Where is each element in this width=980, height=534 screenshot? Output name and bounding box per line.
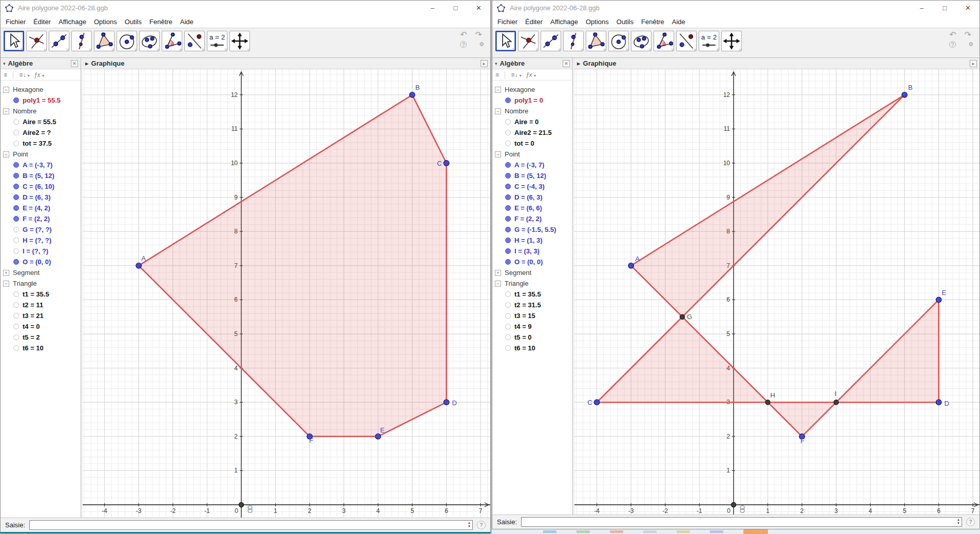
graph-point-O[interactable] [731, 502, 736, 507]
algebra-item-i[interactable]: I = (?, ?) [1, 246, 81, 256]
menu-item-options[interactable]: Options [94, 18, 117, 26]
visibility-dot[interactable] [13, 216, 19, 222]
titlebar[interactable]: Aire polygone 2022-06-28.ggb – □ ✕ [492, 1, 979, 15]
toolbar-polygon-tool[interactable]: ▿ [586, 31, 606, 51]
taskbar-active-app[interactable] [743, 529, 768, 534]
algebra-item-e[interactable]: E = (6, 6) [492, 203, 572, 213]
visibility-dot[interactable] [13, 173, 19, 179]
tool-dropdown-icon[interactable]: ▿ [247, 48, 249, 52]
toolbar-perpendicular-line-tool[interactable]: ▿ [563, 31, 584, 51]
visibility-dot[interactable] [505, 162, 511, 168]
algebra-item-poly1[interactable]: poly1 = 55.5 [1, 95, 81, 106]
section-toggle-icon[interactable]: − [495, 87, 501, 93]
section-toggle-icon[interactable]: − [495, 281, 501, 287]
close-button[interactable]: ✕ [956, 1, 979, 15]
algebra-section-segment[interactable]: +Segment [1, 267, 81, 278]
help-icon[interactable]: ? [460, 41, 467, 48]
tool-dropdown-icon[interactable]: ▿ [512, 47, 515, 52]
taskbar-app-icon[interactable] [710, 530, 723, 533]
algebra-section-nombre[interactable]: −Nombre [1, 106, 81, 116]
graph-point-D[interactable] [444, 400, 449, 405]
command-input[interactable]: ▲▼ [29, 520, 473, 530]
menu-item-fichier[interactable]: Fichier [497, 18, 517, 26]
visibility-dot[interactable] [505, 302, 511, 308]
menu-item-fichier[interactable]: Fichier [6, 18, 26, 26]
visibility-dot[interactable] [505, 345, 511, 351]
section-toggle-icon[interactable]: − [3, 108, 9, 114]
algebra-item-aire2[interactable]: Aire2 = 21.5 [492, 127, 572, 138]
taskbar-app-icon[interactable] [610, 530, 623, 533]
visibility-dot[interactable] [505, 238, 511, 243]
algebra-item-f[interactable]: F = (2, 2) [492, 213, 572, 224]
algebra-item-aire[interactable]: Aire = 55.5 [1, 116, 81, 127]
graph-canvas[interactable]: -4-3-2-101234567123456789101112OABCDEFO [83, 69, 490, 518]
toolbar-point-tool[interactable]: ▿ [518, 31, 539, 51]
graph-point-E[interactable] [375, 434, 381, 440]
algebra-item-t2[interactable]: t2 = 11 [1, 300, 81, 310]
input-spinner[interactable]: ▲▼ [957, 518, 960, 525]
algebra-section-triangle[interactable]: −Triangle [1, 278, 81, 289]
section-toggle-icon[interactable]: − [3, 87, 9, 93]
tool-dropdown-icon[interactable]: ▿ [671, 48, 674, 52]
algebra-item-poly1[interactable]: poly1 = 0 [492, 95, 572, 106]
visibility-dot[interactable] [13, 248, 19, 254]
fx-icon[interactable]: ƒx ▾ [34, 71, 44, 78]
algebra-section-segment[interactable]: +Segment [492, 267, 572, 278]
redo-button[interactable]: ↷ [475, 30, 482, 39]
tool-dropdown-icon[interactable]: ▿ [44, 48, 46, 52]
expand-view-icon[interactable]: ▸ [481, 60, 488, 67]
input-help-button[interactable]: ? [477, 521, 486, 529]
maximize-button[interactable]: □ [444, 1, 467, 15]
tool-dropdown-icon[interactable]: ▿ [134, 48, 137, 52]
algebra-item-c[interactable]: C = (6, 10) [1, 181, 81, 192]
algebra-item-t2[interactable]: t2 = 31.5 [492, 300, 572, 310]
tool-dropdown-icon[interactable]: ▿ [739, 48, 741, 52]
visibility-dot[interactable] [13, 97, 19, 103]
graph-point-A[interactable] [136, 263, 142, 269]
menu-item-outils[interactable]: Outils [125, 18, 142, 26]
toolbar-conic-tool[interactable]: ▿ [139, 31, 160, 51]
visibility-dot[interactable] [13, 291, 19, 297]
menu-item-options[interactable]: Options [586, 18, 609, 26]
graph-point-G[interactable] [680, 314, 685, 319]
algebra-section-point[interactable]: −Point [492, 149, 572, 160]
toolbar-angle-tool[interactable]: α▿ [162, 31, 182, 51]
visibility-dot[interactable] [13, 184, 19, 189]
menu-item-editer[interactable]: Éditer [525, 18, 543, 26]
taskbar-app-icon[interactable] [577, 530, 590, 533]
algebra-item-t3[interactable]: t3 = 15 [492, 310, 572, 321]
algebra-item-i[interactable]: I = (3, 3) [492, 246, 572, 256]
sort-icon[interactable]: ≡↓ ▾ [20, 71, 30, 78]
graph-point-O[interactable] [239, 502, 243, 507]
toolbar-move-graphics-tool[interactable]: ▿ [229, 31, 250, 51]
visibility-dot[interactable] [505, 184, 511, 189]
maximize-button[interactable]: □ [933, 1, 956, 15]
tool-dropdown-icon[interactable]: ▿ [648, 48, 651, 52]
toolbar-slider-tool[interactable]: a = 2▿ [207, 31, 227, 51]
menu-item-aide[interactable]: Aide [672, 18, 685, 26]
graph-point-B[interactable] [902, 92, 908, 98]
algebra-item-aire2[interactable]: Aire2 = ? [1, 127, 81, 138]
toolbar-slider-tool[interactable]: a = 2▿ [699, 31, 719, 51]
fx-icon[interactable]: ƒx ▾ [526, 71, 536, 78]
algebra-item-t1[interactable]: t1 = 35.5 [1, 289, 81, 300]
visibility-dot[interactable] [13, 238, 19, 243]
visibility-dot[interactable] [505, 205, 511, 211]
taskbar-app-icon[interactable] [543, 530, 556, 533]
tool-dropdown-icon[interactable]: ▿ [224, 48, 227, 52]
tool-dropdown-icon[interactable]: ▿ [66, 48, 69, 52]
minimize-button[interactable]: – [910, 1, 933, 15]
graph-point-E[interactable] [936, 297, 941, 303]
algebra-section-point[interactable]: −Point [1, 149, 81, 160]
algebra-item-g[interactable]: G = (?, ?) [1, 224, 81, 235]
visibility-dot[interactable] [13, 302, 19, 308]
tool-dropdown-icon[interactable]: ▿ [558, 48, 561, 52]
visibility-dot[interactable] [505, 119, 511, 125]
visibility-dot[interactable] [505, 194, 511, 200]
tool-dropdown-icon[interactable]: ▿ [626, 48, 628, 52]
algebra-item-b[interactable]: B = (5, 12) [1, 170, 81, 181]
visibility-dot[interactable] [13, 119, 19, 125]
taskbar-app-icon[interactable] [677, 530, 690, 533]
section-toggle-icon[interactable]: − [3, 151, 9, 157]
undo-button[interactable]: ↶ [949, 30, 956, 39]
